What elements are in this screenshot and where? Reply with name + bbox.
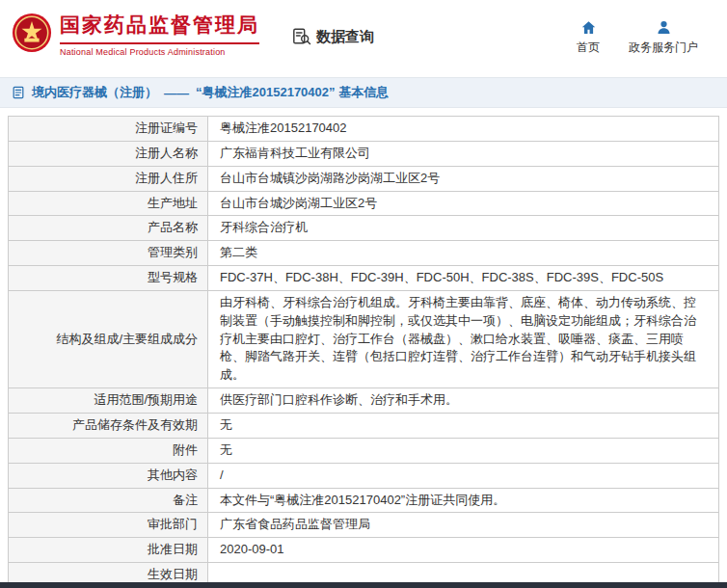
row-label: 结构及组成/主要组成成分: [9, 290, 208, 388]
table-row: 备注 本文件与“粤械注准20152170402”注册证共同使用。: [9, 488, 719, 513]
table-row: 适用范围/预期用途 供医疗部门口腔科作诊断、治疗和手术用。: [9, 388, 719, 414]
breadcrumb-section: 境内医疗器械（注册）: [32, 84, 157, 101]
row-label: 注册人名称: [9, 141, 208, 166]
user-icon: [656, 19, 672, 36]
row-label: 产品储存条件及有效期: [9, 413, 208, 438]
row-label: 注册证编号: [9, 117, 208, 142]
agency-name-cn: 国家药品监督管理局: [60, 12, 259, 39]
agency-title-block: 国家药品监督管理局 National Medical Products Admi…: [60, 12, 259, 57]
document-icon: [12, 86, 25, 99]
registration-info-table: 注册证编号 粤械注准20152170402 注册人名称 广东福肯科技工业有限公司…: [8, 116, 719, 588]
table-row: 注册人名称 广东福肯科技工业有限公司: [9, 141, 719, 166]
row-label-text: 产品名称: [148, 220, 198, 234]
breadcrumb-detail: “粤械注准20152170402” 基本信息: [196, 84, 389, 101]
row-label-text: 适用范围/预期用途: [94, 392, 198, 407]
row-value: 牙科综合治疗机: [208, 216, 719, 241]
data-query-nav[interactable]: 数据查询: [292, 27, 374, 46]
table-row: 附件 无: [9, 438, 719, 463]
row-value: 台山市台城沙岗湖工业区2号: [208, 191, 719, 216]
row-label-text: 批准日期: [148, 542, 198, 556]
row-value: 第二类: [208, 241, 719, 266]
row-label: 管理类别: [9, 241, 208, 266]
nav-home-label: 首页: [577, 40, 600, 56]
row-label-text: 型号规格: [148, 270, 198, 284]
nav-portal-label: 政务服务门户: [629, 40, 698, 56]
row-label-text: 备注: [173, 493, 198, 507]
row-label: 其他内容: [9, 463, 208, 488]
table-row: 结构及组成/主要组成成分 由牙科椅、牙科综合治疗机组成。牙科椅主要由靠背、底座、…: [9, 290, 719, 388]
row-label-text: 管理类别: [148, 245, 198, 259]
table-row: 产品储存条件及有效期 无: [9, 413, 719, 438]
row-label-text: 结构及组成/主要组成成分: [56, 332, 198, 346]
header-left: 国家药品监督管理局 National Medical Products Admi…: [12, 10, 374, 57]
nav-home[interactable]: 首页: [577, 19, 600, 56]
row-value: 供医疗部门口腔科作诊断、治疗和手术用。: [208, 388, 719, 414]
breadcrumb-separator: ——: [164, 86, 189, 100]
table-row: 产品名称 牙科综合治疗机: [9, 216, 719, 241]
row-label: 审批部门: [9, 513, 208, 538]
table-row: 生产地址 台山市台城沙岗湖工业区2号: [9, 191, 719, 216]
agency-name-en: National Medical Products Administration: [60, 47, 259, 57]
row-label: 生产地址: [9, 191, 208, 216]
row-value: /: [208, 463, 719, 488]
row-label: 备注: [9, 488, 208, 513]
row-label-text: 注册人住所: [135, 171, 198, 185]
row-value: 广东省食品药品监督管理局: [208, 513, 719, 538]
row-label: 产品名称: [9, 216, 208, 241]
row-label-text: 其他内容: [148, 468, 198, 482]
table-row: 注册人住所 台山市台城镇沙岗湖路沙岗湖工业区2号: [9, 166, 719, 191]
national-emblem-logo: [12, 13, 52, 53]
row-value: 无: [208, 413, 719, 438]
row-label-text: 产品储存条件及有效期: [72, 417, 198, 432]
row-label: 附件: [9, 438, 208, 463]
table-row: 管理类别 第二类: [9, 241, 719, 266]
data-query-icon: [292, 27, 311, 46]
row-label: 型号规格: [9, 266, 208, 291]
table-row: 批准日期 2020-09-01: [9, 538, 719, 563]
row-value: FDC-37H、FDC-38H、FDC-39H、FDC-50H、FDC-38S、…: [208, 266, 719, 291]
row-value: 台山市台城镇沙岗湖路沙岗湖工业区2号: [208, 166, 719, 191]
site-header: 国家药品监督管理局 National Medical Products Admi…: [0, 0, 727, 77]
row-label: 适用范围/预期用途: [9, 388, 208, 414]
row-label-text: 生产地址: [148, 196, 198, 210]
row-label: 注册人住所: [9, 166, 208, 191]
row-value: 粤械注准20152170402: [208, 117, 719, 142]
row-label-text: 注册证编号: [135, 120, 198, 135]
registration-info-rows: 注册证编号 粤械注准20152170402 注册人名称 广东福肯科技工业有限公司…: [9, 117, 719, 588]
nav-portal[interactable]: 政务服务门户: [629, 19, 698, 56]
row-label: 批准日期: [9, 538, 208, 563]
footer-strip: [0, 582, 727, 588]
row-label-text: 附件: [173, 442, 198, 457]
agency-divider: [60, 42, 259, 44]
row-value: 由牙科椅、牙科综合治疗机组成。牙科椅主要由靠背、底座、椅体、动力传动系统、控制装…: [208, 290, 719, 388]
breadcrumb: 境内医疗器械（注册） —— “粤械注准20152170402” 基本信息: [0, 77, 727, 108]
data-query-label: 数据查询: [316, 28, 374, 46]
row-value: 本文件与“粤械注准20152170402”注册证共同使用。: [208, 488, 719, 513]
row-label-text: 生效日期: [148, 567, 198, 581]
table-row: 注册证编号 粤械注准20152170402: [9, 117, 719, 142]
row-value: 无: [208, 438, 719, 463]
header-nav: 首页 政务服务门户: [577, 19, 698, 56]
row-label-text: 注册人名称: [135, 146, 198, 160]
row-value: 2020-09-01: [208, 538, 719, 563]
row-value: 广东福肯科技工业有限公司: [208, 141, 719, 166]
row-label-text: 审批部门: [148, 517, 198, 531]
table-row: 审批部门 广东省食品药品监督管理局: [9, 513, 719, 538]
home-icon: [580, 19, 597, 36]
table-row: 其他内容 /: [9, 463, 719, 488]
table-row: 型号规格 FDC-37H、FDC-38H、FDC-39H、FDC-50H、FDC…: [9, 266, 719, 291]
